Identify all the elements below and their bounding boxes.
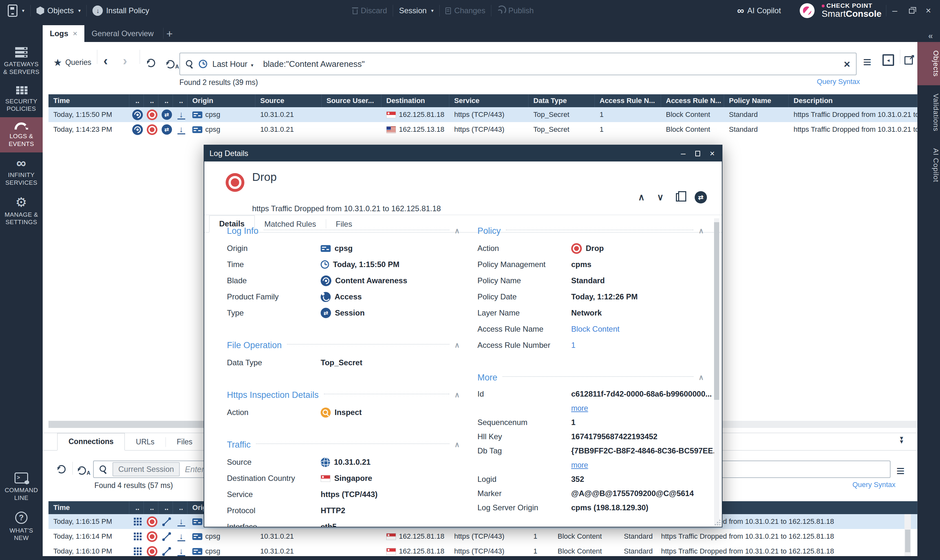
queries-button[interactable]: ★ Queries <box>53 57 91 68</box>
tab-files[interactable]: Files <box>166 434 204 450</box>
collapse-panel-icon[interactable]: « <box>928 31 933 41</box>
copy-icon[interactable] <box>676 193 682 202</box>
resize-grip[interactable] <box>715 520 721 525</box>
sidebar-item-whats[interactable]: ?WHAT'S NEW <box>0 506 43 547</box>
field-value[interactable]: Block Content <box>571 325 619 334</box>
refresh-button[interactable] <box>147 59 155 67</box>
minimize-button[interactable]: – <box>886 6 903 16</box>
session-icon[interactable] <box>695 191 707 203</box>
inspect-icon <box>321 408 331 418</box>
collapse-section-icon[interactable]: ∧ <box>699 373 704 382</box>
table-row[interactable]: Today, 1:15:50 PMcpsg10.31.0.21162.125.8… <box>48 107 917 122</box>
side-tab-ai-copilot[interactable]: AI Copilot <box>917 140 940 191</box>
column-header[interactable]: Destination <box>381 94 449 107</box>
auto-refresh-button[interactable]: A <box>166 59 179 70</box>
restore-button[interactable] <box>903 6 920 16</box>
column-header[interactable]: Origin <box>187 94 255 107</box>
collapse-section-icon[interactable]: ∧ <box>454 391 460 399</box>
column-header[interactable]: Time <box>48 94 129 107</box>
column-header[interactable]: Access Rule N... <box>595 94 661 107</box>
objects-menu-button[interactable]: Objects ▾ <box>37 6 81 15</box>
publish-button[interactable]: Publish <box>497 6 534 15</box>
current-session-chip[interactable]: Current Session <box>113 462 180 476</box>
changes-button[interactable]: Changes <box>445 6 485 15</box>
back-button[interactable]: ‹ <box>103 54 108 67</box>
column-header[interactable]: Data Type <box>528 94 595 107</box>
column-header[interactable]: .. <box>144 501 158 514</box>
session-menu-button[interactable]: Session ▾ <box>399 6 434 15</box>
discard-button[interactable]: Discard <box>353 6 387 15</box>
previous-log-button[interactable]: ∧ <box>638 193 645 202</box>
forward-button[interactable]: › <box>123 54 127 67</box>
column-header[interactable]: Service <box>449 94 528 107</box>
column-header[interactable]: Source <box>255 94 322 107</box>
column-header[interactable]: .. <box>158 501 173 514</box>
clear-query-icon[interactable]: × <box>844 58 850 71</box>
bottom-table-options-button[interactable]: ≡ <box>896 464 905 478</box>
side-tab-validations[interactable]: Validations <box>917 85 940 140</box>
sidebar-item-security[interactable]: SECURITY POLICIES <box>0 80 43 118</box>
column-header[interactable]: .. <box>144 94 158 107</box>
dialog-minimize-button[interactable]: – <box>681 149 685 158</box>
column-header[interactable]: Time <box>48 501 129 514</box>
table-row[interactable]: Today, 1:16:10 PMcpsg10.31.0.21162.125.8… <box>48 544 917 556</box>
collapse-results-button[interactable]: ◂ <box>883 54 894 66</box>
collapse-section-icon[interactable]: ∧ <box>454 440 460 449</box>
vertical-scrollbar[interactable] <box>904 514 911 556</box>
time-range-selector[interactable]: Last Hour ▾ <box>212 59 253 69</box>
dotted-divider <box>503 376 693 377</box>
query-text[interactable]: blade:"Content Awareness" <box>263 59 838 69</box>
dialog-close-button[interactable]: × <box>710 149 715 158</box>
close-tab-icon[interactable]: × <box>73 29 77 38</box>
collapse-section-icon[interactable]: ∧ <box>699 227 704 235</box>
new-tab-button[interactable]: + <box>166 28 173 40</box>
cell-access_rule_name: Block Content <box>553 532 619 541</box>
column-header[interactable]: .. <box>129 94 144 107</box>
column-header[interactable]: Source User... <box>322 94 381 107</box>
column-header[interactable]: Access Rule N... <box>661 94 724 107</box>
install-policy-button[interactable]: ↓ Install Policy <box>93 6 149 16</box>
column-header[interactable]: .. <box>173 501 187 514</box>
sidebar-item-infinity[interactable]: ∞INFINITY SERVICES <box>0 152 43 191</box>
bottom-query-syntax-link[interactable]: Query Syntax <box>852 480 895 489</box>
side-tab-objects[interactable]: Objects <box>917 42 940 85</box>
column-header[interactable]: .. <box>129 501 144 514</box>
table-row[interactable]: Today, 1:16:14 PMcpsg10.31.0.21162.125.8… <box>48 529 917 544</box>
column-header[interactable]: Policy Name <box>724 94 789 107</box>
open-in-new-window-button[interactable] <box>904 55 914 65</box>
table-row[interactable]: Today, 1:14:23 PMcpsg10.31.0.21162.125.1… <box>48 122 917 137</box>
close-button[interactable]: × <box>920 6 937 16</box>
more-link[interactable]: more <box>571 458 704 472</box>
dialog-titlebar[interactable]: Log Details – × <box>204 145 722 162</box>
column-header[interactable]: Description <box>789 94 917 107</box>
column-header[interactable]: .. <box>158 94 173 107</box>
table-options-button[interactable]: ≡ <box>863 55 872 69</box>
collapse-section-icon[interactable]: ∧ <box>454 227 460 235</box>
sidebar-item-logs[interactable]: LOGS & EVENTS <box>0 117 43 152</box>
sidebar-item-command[interactable]: COMMAND LINE <box>0 467 43 506</box>
checkpoint-logo: CHECK POINT SmartConsole <box>800 3 881 18</box>
field-value[interactable]: 1 <box>571 341 576 350</box>
dotted-divider <box>506 229 693 230</box>
bottom-refresh-button[interactable] <box>57 465 66 474</box>
sidebar-item-gateways[interactable]: GATEWAYS & SERVERS <box>0 42 43 80</box>
collapse-panel-down-icon[interactable] <box>900 435 908 446</box>
query-input[interactable]: Last Hour ▾ blade:"Content Awareness" × <box>179 52 857 75</box>
dialog-scrollbar[interactable] <box>714 218 719 525</box>
scrollbar-thumb[interactable] <box>905 530 910 552</box>
tab-urls[interactable]: URLs <box>125 434 165 450</box>
column-header[interactable]: .. <box>173 94 187 107</box>
collapse-section-icon[interactable]: ∧ <box>454 341 460 349</box>
dialog-maximize-button[interactable] <box>695 151 700 156</box>
tab-connections[interactable]: Connections <box>57 433 125 451</box>
tab-logs[interactable]: Logs × <box>43 25 84 42</box>
query-syntax-link[interactable]: Query Syntax <box>817 77 860 86</box>
more-link[interactable]: more <box>571 401 704 415</box>
bottom-auto-refresh-button[interactable]: A <box>77 465 91 476</box>
tab-general-overview[interactable]: General Overview <box>84 25 161 42</box>
app-menu-button[interactable]: ▾ <box>8 5 25 17</box>
scrollbar-thumb[interactable] <box>714 222 719 400</box>
sidebar-item-manage[interactable]: ⚙MANAGE & SETTINGS <box>0 191 43 231</box>
next-log-button[interactable]: ∨ <box>657 193 664 202</box>
ai-copilot-button[interactable]: ∞ AI Copilot <box>737 5 781 16</box>
